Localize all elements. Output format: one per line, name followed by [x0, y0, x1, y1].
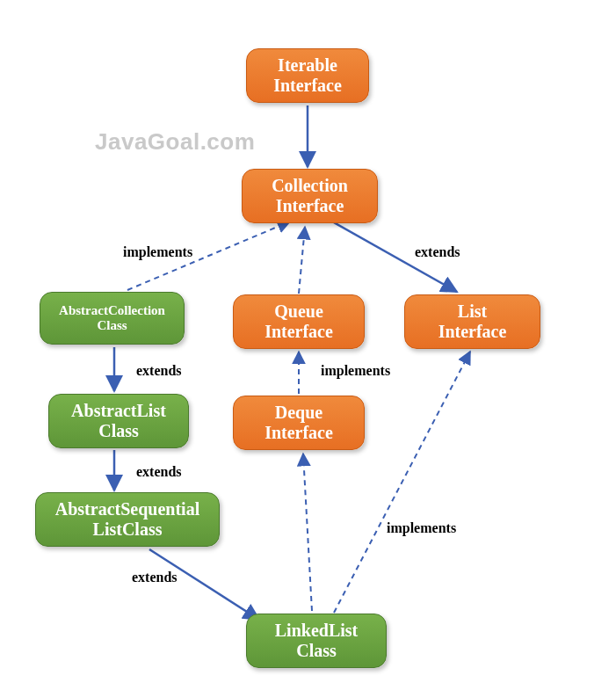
edge-label-implements: implements	[321, 363, 390, 379]
node-line2: ListClass	[93, 519, 163, 540]
node-linkedlist-class: LinkedList Class	[246, 614, 387, 668]
node-line2: Class	[296, 641, 337, 661]
node-line1: Deque	[275, 403, 322, 423]
node-queue-interface: Queue Interface	[233, 294, 365, 349]
node-line1: List	[458, 301, 487, 322]
node-line2: Class	[98, 421, 139, 441]
edge-label-implements: implements	[387, 520, 456, 536]
node-line2: Interface	[265, 423, 333, 443]
node-iterable-interface: Iterable Interface	[246, 48, 369, 103]
watermark-text: JavaGoal.com	[95, 128, 255, 156]
node-line1: Iterable	[278, 55, 337, 76]
node-line2: Class	[97, 318, 127, 333]
node-line1: AbstractSequential	[55, 499, 199, 519]
node-line2: Interface	[438, 322, 507, 342]
edge-label-extends: extends	[415, 244, 460, 260]
node-line2: Interface	[273, 76, 342, 96]
node-line1: LinkedList	[275, 621, 358, 641]
node-line1: Collection	[272, 176, 348, 196]
node-line1: AbstractList	[71, 401, 166, 421]
svg-line-9	[334, 352, 470, 613]
node-abstractcollection-class: AbstractCollection Class	[40, 292, 185, 345]
node-line2: Interface	[276, 196, 344, 216]
edge-label-extends: extends	[132, 570, 178, 585]
node-list-interface: List Interface	[404, 294, 540, 349]
node-line2: Interface	[265, 322, 333, 342]
node-abstractsequentiallist-class: AbstractSequential ListClass	[35, 492, 220, 547]
svg-line-8	[303, 454, 312, 611]
class-hierarchy-diagram: JavaGoal.com Iterable Interface	[0, 0, 616, 690]
node-line1: Queue	[274, 301, 323, 322]
svg-line-2	[299, 227, 305, 294]
edge-label-implements: implements	[123, 244, 192, 260]
node-line1: AbstractCollection	[59, 303, 165, 318]
edge-label-extends: extends	[136, 464, 182, 480]
node-collection-interface: Collection Interface	[242, 169, 378, 223]
node-deque-interface: Deque Interface	[233, 396, 365, 450]
node-abstractlist-class: AbstractList Class	[48, 394, 189, 448]
edge-label-extends: extends	[136, 363, 182, 379]
